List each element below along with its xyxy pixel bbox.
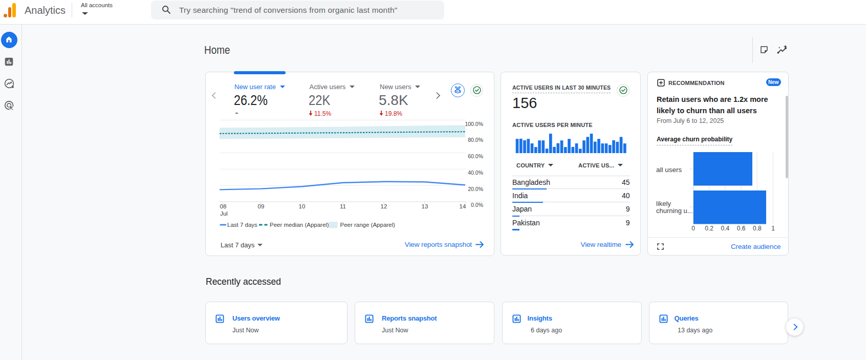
svg-text:09: 09 [258,203,265,209]
svg-text:80.0%: 80.0% [468,137,483,143]
svg-text:0.2: 0.2 [705,225,713,232]
svg-text:08: 08 [220,203,227,209]
svg-text:0.8: 0.8 [753,225,762,232]
svg-text:20.0%: 20.0% [468,186,483,192]
svg-text:0.0%: 0.0% [471,202,483,208]
svg-text:11: 11 [340,203,346,209]
svg-text:Peer range (Apparel): Peer range (Apparel) [340,222,396,228]
svg-text:1: 1 [771,225,775,232]
svg-text:Peer median (Apparel): Peer median (Apparel) [270,222,329,228]
svg-text:Jul: Jul [220,210,228,217]
svg-text:0.4: 0.4 [721,225,730,232]
svg-text:0: 0 [691,225,695,232]
svg-text:Last 7 days: Last 7 days [227,222,257,228]
svg-text:14: 14 [460,203,466,209]
svg-text:10: 10 [299,203,306,209]
svg-text:40.0%: 40.0% [468,170,483,176]
svg-text:13: 13 [422,203,428,209]
svg-text:100.0%: 100.0% [465,121,483,127]
svg-text:60.0%: 60.0% [468,153,483,159]
svg-text:12: 12 [381,203,387,209]
svg-text:0.6: 0.6 [737,225,746,232]
